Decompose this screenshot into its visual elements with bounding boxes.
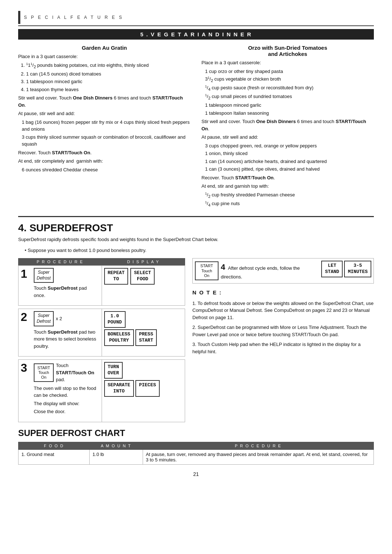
recipe-columns: Garden Au Gratin Place in a 3 quart cass… bbox=[18, 45, 374, 209]
section5: 5 . V E G E T A R I A N D I N N E R Gard… bbox=[18, 29, 374, 209]
list-item: 1 tablespoon minced garlic bbox=[26, 78, 191, 85]
step2-row: 2 Super Defrost x 2 bbox=[21, 311, 99, 350]
right-add-list: 3 cups chopped green, red, orange or yel… bbox=[205, 142, 374, 173]
right-step1: Stir well and cover. Touch One Dish Dinn… bbox=[201, 118, 374, 132]
section-divider bbox=[18, 216, 374, 217]
step2-display-cell: 1.0 POUND BONELESS POULTRY PRESS S bbox=[102, 309, 185, 357]
display-col-header: D I S P L A Y bbox=[102, 258, 185, 265]
step1-proc-cell: 1 Super Defrost Touch SuperDefrost pad o… bbox=[19, 266, 102, 306]
step3-content: START Touch On Touch START/Touch On pad.… bbox=[34, 362, 99, 415]
header-bar bbox=[18, 11, 20, 24]
turn-over-box: TURN OVER bbox=[104, 362, 123, 379]
chart-food-1: 1. Ground meat bbox=[19, 449, 90, 464]
step3-separate-display: SEPARATE INTO PIECES bbox=[104, 380, 183, 397]
step1-instruction: Touch SuperDefrost pad once. bbox=[34, 285, 99, 299]
step3-body3: Close the door. bbox=[34, 408, 99, 415]
procedure-area: P R O C E D U R E D I S P L A Y 1 Super … bbox=[18, 258, 374, 422]
chart-title: SUPER DEFROST CHART bbox=[18, 428, 374, 438]
list-item: 1 can (14.5 ounces) diced tomatoes bbox=[26, 70, 191, 78]
proc-header-table: P R O C E D U R E D I S P L A Y bbox=[18, 258, 185, 265]
step3-start-area: START Touch On Touch START/Touch On pad. bbox=[34, 362, 99, 383]
step3-table: 3 START Touch On Touch START/Touch On pa… bbox=[18, 359, 185, 422]
chart-procedure-1: At pause, turn over, removed any thawed … bbox=[143, 449, 373, 464]
start-label: START bbox=[139, 338, 153, 344]
left-add-list: 1 bag (16 ounces) frozen pepper stir fry… bbox=[22, 119, 191, 148]
list-item: 1 cup orzo or other tiny shaped pasta bbox=[205, 68, 374, 75]
step4-body: After defrost cycle ends, follow the dir… bbox=[221, 265, 300, 280]
note-item-1: 1. To defrost foods above or below the w… bbox=[192, 300, 374, 321]
special-features-label: S P E C I A L F E A T U R E S bbox=[24, 15, 123, 20]
list-item: 1 can (3 ounces) pitted, ripe olives, dr… bbox=[205, 166, 374, 173]
chart-header-amount: A M O U N T bbox=[89, 442, 143, 449]
left-recipe: Garden Au Gratin Place in a 3 quart cass… bbox=[18, 45, 191, 209]
pound-label: POUND bbox=[108, 319, 122, 326]
step2-display-box: Super Defrost bbox=[34, 311, 54, 326]
step2-display-area: Super Defrost x 2 bbox=[34, 311, 99, 326]
right-intro: Place in a 3 quart casserole: bbox=[201, 59, 374, 66]
right-items-list: 1 cup orzo or other tiny shaped pasta 31… bbox=[205, 68, 374, 117]
list-item: 1 teaspoon thyme leaves bbox=[26, 86, 191, 93]
step4-start-line2: Touch On bbox=[199, 269, 215, 278]
boneless-box: BONELESS POULTRY bbox=[104, 329, 134, 346]
step4-display-boxes: LET STAND 3-5 MINUTES bbox=[321, 261, 371, 277]
step1-display-cell: REPEAT TO SELECT FOOD bbox=[102, 266, 185, 306]
list-item: 1/2 cup freshly shredded Parmesan cheese bbox=[205, 191, 374, 199]
left-recipe-title: Garden Au Gratin bbox=[18, 45, 191, 51]
left-step2: At pause, stir well and add: bbox=[18, 110, 191, 117]
step1-display-line2: Defrost bbox=[37, 276, 51, 281]
list-item: 1/2 cup small pieces of sundried tomatoe… bbox=[205, 93, 374, 101]
chart-amount-1: 1.0 lb bbox=[89, 449, 143, 464]
pieces-label: PIECES bbox=[139, 382, 156, 388]
list-item: 111/2 pounds baking potatoes, cut into e… bbox=[26, 62, 191, 70]
right-recipe-body: Place in a 3 quart casserole: 1 cup orzo… bbox=[201, 59, 374, 208]
step3-proc-cell: 3 START Touch On Touch START/Touch On pa… bbox=[19, 360, 102, 422]
right-garnish-list: 1/2 cup freshly shredded Parmesan cheese… bbox=[205, 191, 374, 208]
step2-multiplier: x 2 bbox=[56, 315, 62, 322]
note-title: N O T E : bbox=[192, 289, 374, 297]
turn-label: TURN bbox=[108, 364, 119, 370]
step4-text: 4 After defrost cycle ends, follow the d… bbox=[221, 261, 318, 281]
list-item: 1/4 cup pine nuts bbox=[205, 200, 374, 208]
step3-body1: The oven will stop so the food can be ch… bbox=[34, 385, 99, 399]
list-item: 3 cups thinly sliced summer squash or co… bbox=[22, 134, 191, 148]
step1-table: 1 Super Defrost Touch SuperDefrost pad o… bbox=[18, 265, 185, 306]
pound-box: 1.0 POUND bbox=[104, 311, 126, 328]
section4: 4. SUPERDEFROST SuperDefrost rapidly def… bbox=[18, 222, 374, 422]
pound-value: 1.0 bbox=[108, 313, 122, 319]
right-recipe: Orzo with Sun-Dried Tomatoes and Articho… bbox=[201, 45, 374, 209]
step3-start-line1: START bbox=[37, 366, 50, 370]
step1-row: 1 Super Defrost Touch SuperDefrost pad o… bbox=[21, 268, 99, 299]
step2-content: Super Defrost x 2 Touch SuperDefrost pad… bbox=[34, 311, 99, 350]
left-items-list: 111/2 pounds baking potatoes, cut into e… bbox=[26, 62, 191, 93]
boneless-label: BONELESS bbox=[108, 331, 130, 338]
chart-section: SUPER DEFROST CHART F O O D A M O U N T … bbox=[18, 428, 374, 465]
food-label: FOOD bbox=[134, 276, 151, 282]
step2-display-line2: Defrost bbox=[37, 319, 51, 325]
step2-bottom-display: BONELESS POULTRY PRESS START bbox=[104, 329, 183, 346]
list-item: 1 can (14 ounces) artichoke hearts, drai… bbox=[205, 158, 374, 165]
step3-instruction: Touch START/Touch On pad. bbox=[56, 362, 99, 383]
poultry-label: POULTRY bbox=[108, 338, 130, 344]
chart-row-1: 1. Ground meat 1.0 lb At pause, turn ove… bbox=[19, 449, 374, 464]
list-item: 1 onion, thinly sliced bbox=[205, 150, 374, 157]
step4-area: START Touch On 4 After defrost cycle end… bbox=[192, 258, 374, 284]
separate-label: SEPARATE bbox=[108, 382, 130, 388]
let-label: LET bbox=[325, 263, 339, 269]
press-start-box: PRESS START bbox=[135, 329, 157, 346]
left-intro: Place in a 3 quart casserole: bbox=[18, 53, 191, 60]
step2-instruction: Touch SuperDefrost pad two more times to… bbox=[34, 329, 99, 350]
page-number: 21 bbox=[18, 471, 374, 477]
list-item: 1 tablespoon minced garlic bbox=[205, 102, 374, 109]
into-label: INTO bbox=[108, 388, 130, 395]
left-recipe-body: Place in a 3 quart casserole: 111/2 poun… bbox=[18, 53, 191, 173]
list-item: 1/4 cup pesto sauce (fresh or reconstitu… bbox=[205, 84, 374, 92]
step2-number: 2 bbox=[21, 311, 30, 323]
step3-number: 3 bbox=[21, 362, 30, 374]
steps-right: START Touch On 4 After defrost cycle end… bbox=[192, 258, 374, 422]
pieces-box: PIECES bbox=[135, 380, 160, 397]
list-item: 1 bag (16 ounces) frozen pepper stir fry… bbox=[22, 119, 191, 133]
step3-start-btn: START Touch On bbox=[34, 363, 54, 382]
repeat-to-box: REPEAT TO bbox=[104, 268, 128, 285]
select-label: SELECT bbox=[134, 270, 151, 276]
right-recipe-title: Orzo with Sun-Dried Tomatoes and Articho… bbox=[201, 45, 374, 57]
